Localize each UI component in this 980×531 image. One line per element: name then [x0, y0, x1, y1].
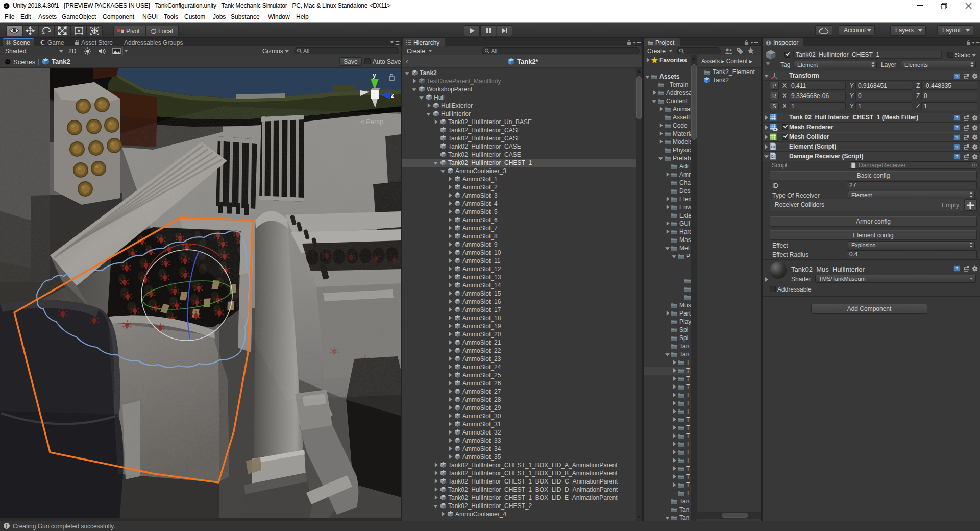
svg-text:C#: C# [771, 145, 775, 149]
svg-text:?: ? [955, 154, 958, 159]
svg-text:?: ? [955, 266, 958, 271]
svg-text:?: ? [955, 74, 958, 79]
svg-text:y: y [373, 71, 376, 79]
svg-text:z: z [391, 92, 394, 99]
svg-text:?: ? [955, 125, 958, 130]
svg-text:< Persp: < Persp [360, 118, 383, 126]
svg-text:?: ? [955, 144, 958, 150]
svg-text:C#: C# [771, 155, 775, 158]
svg-text:?: ? [955, 135, 958, 140]
svg-text:?: ? [955, 115, 958, 120]
